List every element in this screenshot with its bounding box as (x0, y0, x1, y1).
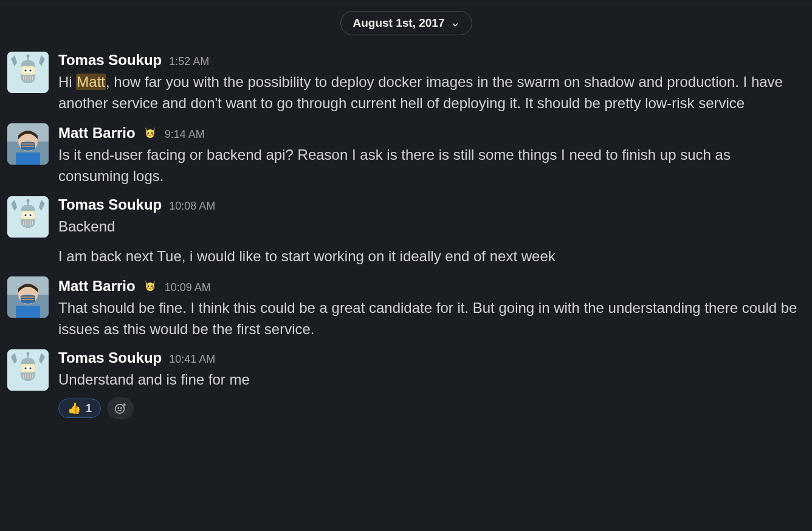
pikachu-icon (143, 125, 157, 139)
svg-point-23 (152, 134, 154, 136)
message-text: BackendI am back next Tue, i would like … (58, 216, 805, 267)
pikachu-icon (143, 278, 157, 292)
message-text: That should be fine. I think this could … (58, 297, 805, 340)
reaction-count: 1 (86, 402, 92, 415)
svg-point-45 (151, 286, 152, 287)
message: Matt Barrio 9:14 AMIs it end-user facing… (0, 120, 812, 193)
svg-point-54 (30, 368, 32, 369)
avatar[interactable] (7, 52, 49, 93)
avatar[interactable] (7, 276, 49, 318)
svg-point-46 (146, 287, 148, 289)
message-author[interactable]: Matt Barrio (58, 278, 136, 295)
add-reaction-button[interactable] (107, 397, 134, 419)
svg-point-52 (25, 368, 27, 369)
message-paragraph: That should be fine. I think this could … (58, 297, 805, 340)
message-header: Matt Barrio 9:14 AM (58, 123, 805, 142)
message-timestamp[interactable]: 9:14 AM (165, 128, 205, 141)
avatar[interactable] (7, 349, 49, 391)
message-header: Tomas Soukup10:08 AM (58, 196, 805, 213)
message-paragraph: Backend (58, 216, 805, 237)
reactions: 👍1 (58, 397, 805, 419)
message: Tomas Soukup1:52 AMHi Matt, how far you … (0, 48, 812, 120)
svg-point-43 (146, 283, 154, 291)
message-author[interactable]: Matt Barrio (58, 125, 136, 142)
avatar[interactable] (7, 196, 49, 238)
search-highlight: Matt (76, 74, 106, 90)
svg-point-21 (151, 132, 152, 134)
message-body: Tomas Soukup1:52 AMHi Matt, how far you … (58, 52, 805, 114)
svg-point-64 (118, 408, 119, 408)
message-timestamp[interactable]: 1:52 AM (169, 55, 209, 68)
message-paragraph: Hi Matt, how far you with the possibilit… (58, 71, 805, 114)
svg-rect-42 (16, 306, 40, 318)
reaction-thumbs-up[interactable]: 👍1 (58, 399, 101, 418)
message-text: Understand and is fine for me (58, 369, 805, 390)
message: Tomas Soukup10:08 AMBackendI am back nex… (0, 193, 812, 273)
thumbs-up-icon: 👍 (67, 402, 81, 415)
svg-point-30 (30, 214, 32, 216)
message-timestamp[interactable]: 10:08 AM (169, 200, 215, 213)
svg-point-65 (121, 408, 122, 408)
message-author[interactable]: Tomas Soukup (58, 349, 162, 366)
svg-point-62 (27, 352, 30, 355)
svg-point-28 (25, 214, 27, 216)
svg-point-47 (152, 287, 154, 289)
message-timestamp[interactable]: 10:41 AM (169, 353, 215, 366)
message-body: Tomas Soukup10:08 AMBackendI am back nex… (58, 196, 805, 267)
svg-point-6 (30, 70, 32, 72)
message-text: Hi Matt, how far you with the possibilit… (58, 71, 805, 114)
svg-point-19 (146, 129, 154, 138)
message-author[interactable]: Tomas Soukup (58, 52, 162, 69)
message-timestamp[interactable]: 10:09 AM (165, 281, 211, 294)
svg-point-20 (147, 132, 148, 134)
pikachu-icon (143, 125, 157, 142)
svg-rect-18 (16, 152, 40, 165)
svg-point-22 (146, 134, 148, 136)
message-author[interactable]: Tomas Soukup (58, 196, 162, 213)
avatar-bender-icon (7, 196, 49, 238)
chevron-down-icon (451, 19, 459, 27)
date-divider-label: August 1st, 2017 (353, 16, 445, 30)
avatar[interactable] (7, 123, 49, 165)
message: Tomas Soukup10:41 AMUnderstand and is fi… (0, 346, 812, 425)
avatar-bender-icon (7, 349, 49, 391)
message-header: Tomas Soukup10:41 AM (58, 349, 805, 366)
svg-point-4 (25, 70, 27, 72)
svg-point-14 (27, 55, 30, 58)
date-divider-pill[interactable]: August 1st, 2017 (340, 11, 472, 35)
message-list: Tomas Soukup1:52 AMHi Matt, how far you … (0, 4, 812, 425)
avatar-matt-icon (7, 123, 49, 165)
avatar-bender-icon (7, 52, 49, 93)
message-header: Tomas Soukup1:52 AM (58, 52, 805, 69)
message-paragraph: I am back next Tue, i would like to star… (58, 245, 805, 267)
message-paragraph: Is it end-user facing or backend api? Re… (58, 144, 805, 187)
svg-point-44 (147, 286, 148, 287)
avatar-matt-icon (7, 276, 49, 318)
pikachu-icon (143, 278, 157, 295)
message-paragraph: Understand and is fine for me (58, 369, 805, 390)
message: Matt Barrio 10:09 AMThat should be fine.… (0, 273, 812, 346)
message-body: Matt Barrio 9:14 AMIs it end-user facing… (58, 123, 805, 187)
message-header: Matt Barrio 10:09 AM (58, 276, 805, 295)
message-text: Is it end-user facing or backend api? Re… (58, 144, 805, 187)
svg-point-63 (115, 405, 125, 414)
add-emoji-icon (114, 402, 127, 415)
svg-point-38 (27, 199, 30, 202)
message-body: Matt Barrio 10:09 AMThat should be fine.… (58, 276, 805, 340)
message-body: Tomas Soukup10:41 AMUnderstand and is fi… (58, 349, 805, 419)
